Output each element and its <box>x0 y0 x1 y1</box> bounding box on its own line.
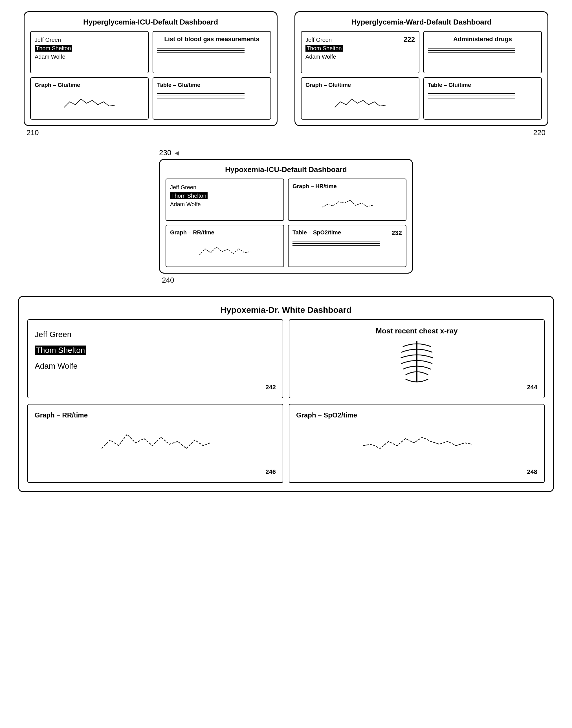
underline-2 <box>157 50 244 51</box>
hypicu-rr-sparkline <box>170 241 280 258</box>
hypicu-highlighted-thom: Thom Shelton <box>170 192 208 199</box>
hyperglycemia-icu-dashboard: Hyperglycemia-ICU-Default Dashboard Jeff… <box>24 11 278 126</box>
hypicu-graph-hr-title: Graph – HR/time <box>292 183 402 190</box>
drwhite-patient-names: Jeff Green Thom Shelton Adam Wolfe <box>35 326 276 374</box>
drwhite-patient-jeff: Jeff Green <box>35 326 276 343</box>
drwhite-rr-label: 246 <box>266 468 276 476</box>
administered-drugs-title: Administered drugs <box>428 35 537 43</box>
hypoxemia-icu-container: 230 ◀ Hypoxemia-ICU-Default Dashboard Je… <box>159 148 413 285</box>
blood-gas-widget: List of blood gas measurements <box>153 31 271 73</box>
hypoxemia-drwhite-title: Hypoxemia-Dr. White Dashboard <box>27 305 545 315</box>
hyperglycemia-ward-grid: Jeff Green Thom Shelton Adam Wolfe 222 A… <box>301 31 542 120</box>
icu-patient-thom: Thom Shelton <box>35 44 144 53</box>
blood-gas-title: List of blood gas measurements <box>157 35 267 43</box>
hypicu-table-spo2-widget: Table – SpO2/time 232 <box>288 225 407 267</box>
icu-graph-glu-widget: Graph – Glu/time <box>30 77 149 120</box>
top-row: Hyperglycemia-ICU-Default Dashboard Jeff… <box>24 11 548 137</box>
drugs-ul-1 <box>428 48 515 49</box>
hypicu-graph-hr-widget: Graph – HR/time <box>288 178 407 221</box>
hypoxemia-drwhite-grid: Jeff Green Thom Shelton Adam Wolfe 242 M… <box>27 319 545 483</box>
drugs-underlines <box>428 48 537 53</box>
drwhite-highlighted-thom: Thom Shelton <box>35 346 86 355</box>
icu-table-glu-title: Table – Glu/time <box>157 82 267 88</box>
chest-xray-title: Most recent chest x-ray <box>296 326 537 336</box>
ward-patient-header: Jeff Green Thom Shelton Adam Wolfe 222 <box>305 35 415 61</box>
hypicu-graph-rr-widget: Graph – RR/time <box>165 225 284 267</box>
drwhite-graph-spo2-widget: Graph – SpO2/time 248 <box>289 404 545 483</box>
table-ul-1 <box>157 93 244 94</box>
ward-table-glu-underlines <box>428 93 537 98</box>
hypicu-graph-hr-area <box>292 195 402 212</box>
ward-patient-names: Jeff Green Thom Shelton Adam Wolfe <box>305 35 343 61</box>
icu-glu-sparkline <box>35 93 144 110</box>
chest-xray-svg <box>391 338 442 383</box>
icu-patient-list-widget: Jeff Green Thom Shelton Adam Wolfe <box>30 31 149 73</box>
drugs-ul-2 <box>428 50 515 51</box>
drwhite-patient-list-widget: Jeff Green Thom Shelton Adam Wolfe 242 <box>27 319 283 398</box>
label-230-row: 230 ◀ <box>159 148 179 157</box>
icu-graph-glu-area <box>35 93 144 110</box>
label-240: 240 <box>162 276 174 285</box>
icu-graph-glu-title: Graph – Glu/time <box>35 82 144 88</box>
icu-patient-adam: Adam Wolfe <box>35 53 144 61</box>
ward-graph-glu-title: Graph – Glu/time <box>305 82 415 88</box>
hyperglycemia-ward-title: Hyperglycemia-Ward-Default Dashboard <box>301 18 542 26</box>
hypicu-table-spo2-title: Table – SpO2/time <box>292 229 341 236</box>
drwhite-patient-adam: Adam Wolfe <box>35 358 276 374</box>
hypoxemia-icu-dashboard: Hypoxemia-ICU-Default Dashboard Jeff Gre… <box>159 159 413 274</box>
table-ul-2 <box>157 96 244 96</box>
ward-graph-glu-area <box>305 93 415 110</box>
bottom-section: Hypoxemia-Dr. White Dashboard Jeff Green… <box>18 296 554 492</box>
icu-table-glu-widget: Table – Glu/time <box>153 77 271 120</box>
hypoxemia-icu-grid: Jeff Green Thom Shelton Adam Wolfe Graph… <box>165 178 407 267</box>
table-ul-3 <box>157 98 244 98</box>
ward-patient-adam: Adam Wolfe <box>305 53 343 61</box>
drwhite-patient-thom: Thom Shelton <box>35 343 276 358</box>
hypicu-patient-list-widget: Jeff Green Thom Shelton Adam Wolfe <box>165 178 284 221</box>
icu-patient-jeff: Jeff Green <box>35 35 144 44</box>
drwhite-graph-spo2-area <box>296 426 537 454</box>
drwhite-spo2-label: 248 <box>527 468 537 476</box>
hypoxemia-drwhite-dashboard: Hypoxemia-Dr. White Dashboard Jeff Green… <box>18 296 554 492</box>
administered-drugs-widget: Administered drugs <box>423 31 542 73</box>
spo2-ul-1 <box>292 241 380 241</box>
label-220: 220 <box>533 128 546 137</box>
ward-highlighted-thom: Thom Shelton <box>305 45 343 52</box>
ward-glu-sparkline <box>305 93 415 110</box>
hyperglycemia-icu-title: Hyperglycemia-ICU-Default Dashboard <box>30 18 271 26</box>
hypicu-patient-adam: Adam Wolfe <box>170 200 280 208</box>
drwhite-graph-rr-widget: Graph – RR/time 246 <box>27 404 283 483</box>
hypicu-patient-thom: Thom Shelton <box>170 192 280 200</box>
underline-3 <box>157 53 244 53</box>
spo2-table-underlines <box>292 241 402 246</box>
hyperglycemia-icu-grid: Jeff Green Thom Shelton Adam Wolfe List … <box>30 31 271 120</box>
hypicu-graph-rr-title: Graph – RR/time <box>170 229 280 236</box>
middle-section: 230 ◀ Hypoxemia-ICU-Default Dashboard Je… <box>11 148 561 285</box>
page-container: Hyperglycemia-ICU-Default Dashboard Jeff… <box>11 11 561 492</box>
hypicu-patient-names: Jeff Green Thom Shelton Adam Wolfe <box>170 183 280 208</box>
ward-patient-thom: Thom Shelton <box>305 44 343 53</box>
hypicu-graph-rr-area <box>170 241 280 258</box>
spo2-ul-2 <box>292 243 380 244</box>
label-210: 210 <box>26 128 39 137</box>
chest-xray-widget: Most recent chest x-ray <box>289 319 545 398</box>
ward-patient-jeff: Jeff Green <box>305 35 343 44</box>
ward-patient-list-widget: Jeff Green Thom Shelton Adam Wolfe 222 <box>301 31 419 73</box>
chest-xray-image-area <box>296 338 537 384</box>
ward-table-glu-widget: Table – Glu/time <box>423 77 542 120</box>
icu-patient-names: Jeff Green Thom Shelton Adam Wolfe <box>35 35 144 61</box>
icu-highlighted-thom: Thom Shelton <box>35 45 72 52</box>
ward-table-ul-2 <box>428 96 515 96</box>
ward-graph-glu-widget: Graph – Glu/time <box>301 77 419 120</box>
drwhite-patient-label: 242 <box>266 384 276 391</box>
badge-222: 222 <box>404 35 415 44</box>
ward-table-glu-title: Table – Glu/time <box>428 82 537 88</box>
label-230: 230 <box>159 148 171 157</box>
underline-1 <box>157 48 244 49</box>
drwhite-graph-rr-area <box>35 426 276 454</box>
drugs-ul-3 <box>428 53 515 53</box>
ward-table-ul-3 <box>428 98 515 98</box>
ward-table-ul-1 <box>428 93 515 94</box>
drwhite-graph-spo2-title: Graph – SpO2/time <box>296 411 537 419</box>
hypoxemia-icu-title: Hypoxemia-ICU-Default Dashboard <box>165 165 407 174</box>
